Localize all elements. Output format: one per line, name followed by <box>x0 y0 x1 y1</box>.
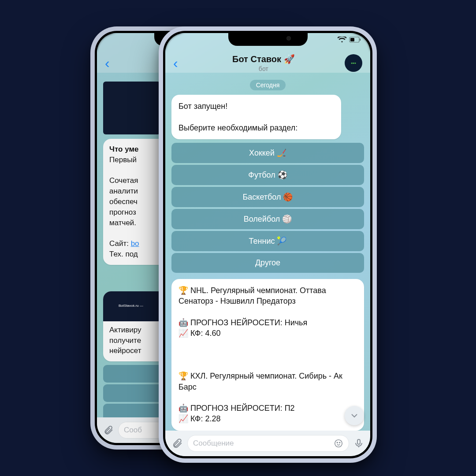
pred-line: 🏆 КХЛ. Регулярный чемпионат. Сибирь - Ак… <box>178 372 342 391</box>
svg-rect-6 <box>357 439 360 444</box>
intro-line: Бот запущен! <box>178 102 227 111</box>
site-label: Сайт: <box>109 239 131 248</box>
wifi-icon <box>338 37 346 43</box>
scroll-down-button[interactable] <box>345 406 364 425</box>
intro-line: Выберите необходимый раздел: <box>178 123 298 132</box>
preview-card-dark <box>103 82 160 134</box>
header-title-block[interactable]: Бот Ставок 🚀 бот <box>182 54 345 72</box>
status-bar <box>338 37 361 43</box>
sport-button-football[interactable]: Футбол ⚽ <box>171 165 364 185</box>
about-line: аналити <box>109 187 138 195</box>
attach-icon[interactable] <box>103 425 114 435</box>
pred-line: 🤖 ПРОГНОЗ НЕЙРОСЕТИ: П2 <box>178 404 295 413</box>
attach-icon[interactable] <box>171 438 183 449</box>
svg-rect-2 <box>360 39 361 41</box>
pred-line: 🏆 NHL. Регулярный чемпионат. Оттава Сена… <box>178 286 326 305</box>
chat-title: Бот Ставок 🚀 <box>182 54 345 64</box>
pred-line: 🤖 ПРОГНОЗ НЕЙРОСЕТИ: Ничья <box>178 318 307 327</box>
about-line: Первый <box>109 156 137 164</box>
message-input[interactable]: Сообщение <box>187 435 349 452</box>
avatar[interactable]: ••• <box>345 54 362 72</box>
svg-point-5 <box>339 442 340 443</box>
about-line: прогноз <box>109 208 136 216</box>
about-line: матчей. <box>109 219 136 227</box>
chat-subtitle: бот <box>182 65 345 72</box>
about-line: обеспеч <box>109 197 138 206</box>
phone-bezel: ‹ Бот Ставок 🚀 бот ••• Сегодня Бот запущ… <box>163 31 372 458</box>
battery-icon <box>349 37 361 43</box>
phone-notch <box>228 31 308 46</box>
sport-button-volleyball[interactable]: Волейбол 🏐 <box>171 209 364 229</box>
promo-thumbnail: BotStavok.ru — <box>103 291 160 321</box>
pred-line: 📈 КФ: 4.60 <box>178 329 221 338</box>
sport-button-tennis[interactable]: Теннис 🎾 <box>171 231 364 251</box>
sport-button-hockey[interactable]: Хоккей 🏒 <box>171 143 364 163</box>
phone-frame-front: ‹ Бот Ставок 🚀 бот ••• Сегодня Бот запущ… <box>159 26 377 463</box>
message-placeholder: Сообщение <box>193 439 234 448</box>
mic-icon[interactable] <box>353 438 364 449</box>
promo-thumbnail-label: BotStavok.ru — <box>119 303 143 308</box>
site-link[interactable]: bo <box>131 239 139 248</box>
message-input-bar: Сообщение <box>165 431 370 456</box>
sport-button-other[interactable]: Другое <box>171 253 364 273</box>
pred-line: 📈 КФ: 2.28 <box>178 414 221 423</box>
date-pill: Сегодня <box>250 80 286 90</box>
about-heading: Что уме <box>109 145 138 153</box>
screen-front: ‹ Бот Ставок 🚀 бот ••• Сегодня Бот запущ… <box>165 33 370 456</box>
about-line: Сочетая <box>109 176 138 185</box>
promo-line: нейросет <box>109 346 141 355</box>
svg-point-4 <box>337 442 338 443</box>
promo-line: Активиру <box>109 326 141 334</box>
sport-buttons-group: Хоккей 🏒 Футбол ⚽ Баскетбол 🏀 Волейбол 🏐… <box>171 143 364 273</box>
back-chevron-icon[interactable]: ‹ <box>105 56 114 70</box>
support-line: Тех. под <box>109 250 138 258</box>
intro-message: Бот запущен! Выберите необходимый раздел… <box>171 95 341 139</box>
svg-rect-1 <box>350 38 354 41</box>
back-chevron-icon[interactable]: ‹ <box>173 56 182 70</box>
sticker-icon[interactable] <box>334 439 343 448</box>
promo-line: получите <box>109 336 141 345</box>
predictions-message: 🏆 NHL. Регулярный чемпионат. Оттава Сена… <box>171 279 364 431</box>
chat-body-front: Сегодня Бот запущен! Выберите необходимы… <box>165 73 370 456</box>
sport-button-basketball[interactable]: Баскетбол 🏀 <box>171 187 364 207</box>
svg-point-3 <box>335 440 342 447</box>
message-placeholder: Сооб <box>124 426 142 435</box>
